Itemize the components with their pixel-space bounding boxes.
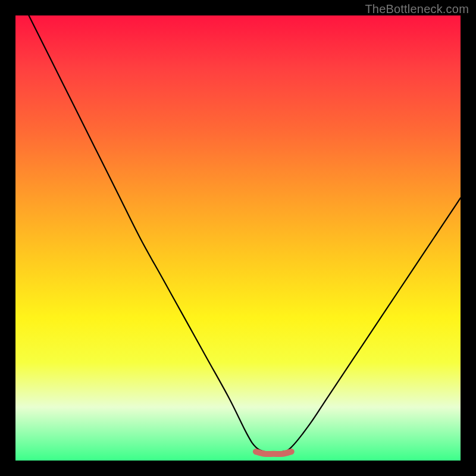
bottleneck-curve — [29, 15, 461, 452]
flat-highlight — [256, 452, 292, 454]
watermark-text: TheBottleneck.com — [365, 2, 469, 16]
plot-area — [15, 15, 461, 461]
chart-frame: TheBottleneck.com — [0, 0, 476, 476]
chart-svg — [15, 15, 461, 461]
